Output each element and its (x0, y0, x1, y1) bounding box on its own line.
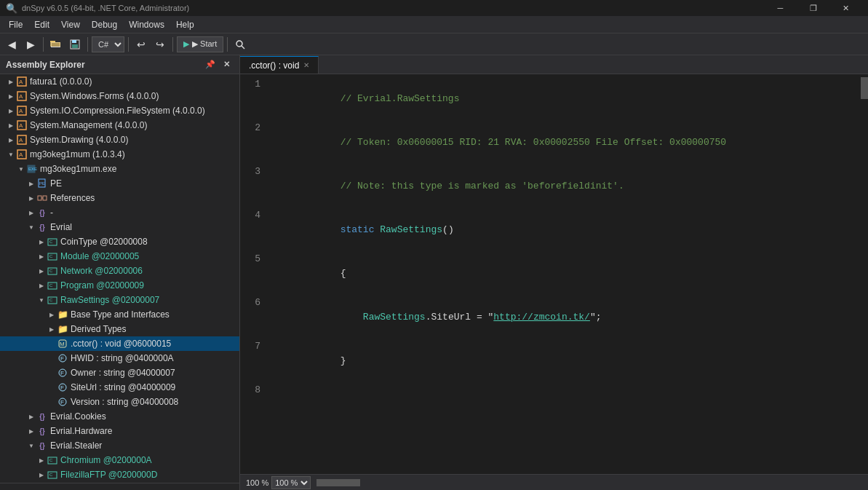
tree-item-filezilla[interactable]: ▶ C FilezillaFTP @0200000D (0, 467, 239, 482)
expand-sysmgmt[interactable]: ▶ (6, 122, 16, 129)
menu-help[interactable]: Help (170, 16, 200, 33)
open-folder-button[interactable] (47, 36, 65, 53)
save-icon (69, 39, 81, 50)
expand-filezilla[interactable]: ▶ (36, 472, 47, 478)
code-vscrollbar[interactable] (861, 74, 868, 474)
tree-item-fatura1[interactable]: ▶ A fatura1 (0.0.0.0) (0, 74, 239, 89)
tree-item-mg3[interactable]: ▼ A mg3okeg1mum (1.0.3.4) (0, 147, 239, 162)
tree-item-dash-ns[interactable]: ▶ {} - (0, 205, 239, 220)
menu-windows[interactable]: Windows (123, 16, 170, 33)
svg-text:C: C (49, 283, 53, 288)
expand-module[interactable]: ▶ (36, 253, 47, 260)
svg-text:A: A (19, 79, 23, 85)
expand-evrial-stealer[interactable]: ▼ (26, 443, 36, 449)
menu-view[interactable]: View (55, 16, 86, 33)
code-line-4: 4 static RawSettings() (240, 208, 861, 252)
expand-mg3[interactable]: ▼ (6, 151, 16, 158)
tree-item-siteurl[interactable]: F SiteUrl : string @04000009 (0, 380, 239, 395)
maximize-button[interactable]: ❐ (797, 0, 829, 16)
expand-cointype[interactable]: ▶ (36, 239, 47, 245)
expand-network[interactable]: ▶ (36, 268, 47, 274)
undo-button[interactable]: ↩ (132, 36, 150, 53)
redo-button[interactable]: ↪ (151, 36, 169, 53)
class-icon-filezilla: C (47, 469, 58, 481)
search-icon (234, 39, 246, 50)
tree-item-sysmgmt[interactable]: ▶ A System.Management (4.0.0.0) (0, 118, 239, 133)
tree-item-chromium[interactable]: ▶ C Chromium @0200000A (0, 453, 239, 467)
code-hscrollbar[interactable] (316, 479, 862, 486)
tree-item-program[interactable]: ▶ C Program @02000009 (0, 278, 239, 293)
expand-derivedtypes[interactable]: ▶ (47, 326, 57, 333)
expand-program[interactable]: ▶ (36, 282, 47, 289)
tree-item-exe[interactable]: ▼ EXE mg3okeg1mum.exe (0, 162, 239, 176)
menu-file[interactable]: File (3, 16, 28, 33)
expand-dash-ns[interactable]: ▶ (26, 210, 36, 216)
comment-token: // Token: 0x06000015 RID: 21 RVA: 0x0000… (341, 137, 727, 148)
code-panel: .cctor() : void ✕ 1 // Evrial.RawSetting… (240, 55, 868, 490)
tree-item-evrial-cookies[interactable]: ▶ {} Evrial.Cookies (0, 409, 239, 424)
tree-item-basetype[interactable]: ▶ 📁 Base Type and Interfaces (0, 307, 239, 322)
panel-close-button[interactable]: ✕ (219, 58, 234, 72)
expand-basetype[interactable]: ▶ (47, 312, 57, 318)
expand-evrial-cookies[interactable]: ▶ (26, 414, 36, 420)
tree-item-module[interactable]: ▶ C Module @02000005 (0, 249, 239, 264)
tree-item-sysforms[interactable]: ▶ A System.Windows.Forms (4.0.0.0) (0, 89, 239, 103)
tree-item-references[interactable]: ▶ References (0, 191, 239, 205)
code-tab-close[interactable]: ✕ (303, 61, 309, 69)
tree-item-network[interactable]: ▶ C Network @02000006 (0, 264, 239, 278)
expand-sysio[interactable]: ▶ (6, 108, 16, 114)
forward-button[interactable]: ▶ (22, 36, 39, 53)
open-icon (50, 39, 62, 50)
start-label: ▶ Start (192, 39, 217, 49)
tree-item-cctor[interactable]: M .cctor() : void @06000015 (0, 336, 239, 351)
code-editor[interactable]: 1 // Evrial.RawSettings 2 // Token: 0x06… (240, 74, 861, 474)
tree-label-siteurl: SiteUrl : string @04000009 (71, 382, 175, 392)
assembly-tree[interactable]: ▶ A fatura1 (0.0.0.0) ▶ A System.Windows… (0, 74, 239, 483)
expand-sysforms[interactable]: ▶ (6, 93, 16, 100)
assembly-icon-mg3: A (16, 149, 28, 160)
tree-item-evrial-stealer[interactable]: ▼ {} Evrial.Stealer (0, 438, 239, 453)
tree-item-sysio[interactable]: ▶ A System.IO.Compression.FileSystem (4.… (0, 103, 239, 118)
tree-item-hwid[interactable]: F HWID : string @0400000A (0, 351, 239, 365)
expand-pe[interactable]: ▶ (26, 181, 36, 187)
save-button[interactable] (66, 36, 84, 53)
expand-chromium[interactable]: ▶ (36, 457, 47, 464)
expand-evrial-hardware[interactable]: ▶ (26, 428, 36, 435)
tree-item-derivedtypes[interactable]: ▶ 📁 Derived Types (0, 322, 239, 336)
expand-fatura1[interactable]: ▶ (6, 79, 16, 85)
back-button[interactable]: ◀ (3, 36, 20, 53)
tree-item-evrial-hardware[interactable]: ▶ {} Evrial.Hardware (0, 424, 239, 438)
expand-references[interactable]: ▶ (26, 195, 36, 202)
menu-debug[interactable]: Debug (86, 16, 123, 33)
zoom-select[interactable]: 100 % 75 % 150 % (271, 476, 311, 489)
code-line-5: 5 { (240, 252, 861, 296)
tree-item-evrial[interactable]: ▼ {} Evrial (0, 220, 239, 234)
start-button[interactable]: ▶ ▶ Start (177, 36, 223, 52)
tree-item-sysdraw[interactable]: ▶ A System.Drawing (4.0.0.0) (0, 133, 239, 147)
tree-label-evrial: Evrial (50, 222, 72, 232)
url-zmcoin[interactable]: http://zmcoin.tk/ (493, 312, 590, 323)
menu-edit[interactable]: Edit (28, 16, 55, 33)
code-tab-cctor[interactable]: .cctor() : void ✕ (240, 56, 319, 74)
language-select[interactable]: C# VB IL (92, 36, 124, 52)
tree-item-pe[interactable]: ▶ PE PE (0, 176, 239, 191)
tree-item-owner[interactable]: F Owner : string @04000007 (0, 365, 239, 380)
code-hscrollbar-thumb[interactable] (316, 479, 360, 486)
code-vscrollbar-thumb[interactable] (861, 77, 868, 99)
svg-text:F: F (60, 370, 64, 376)
search-button[interactable] (231, 36, 249, 53)
expand-exe[interactable]: ▼ (16, 166, 26, 173)
svg-text:C: C (49, 269, 53, 273)
minimize-button[interactable]: ─ (764, 0, 797, 16)
tree-item-cointype[interactable]: ▶ C CoinType @02000008 (0, 234, 239, 249)
tree-item-version[interactable]: F Version : string @04000008 (0, 395, 239, 409)
expand-evrial[interactable]: ▼ (26, 224, 36, 231)
expand-sysdraw[interactable]: ▶ (6, 137, 16, 143)
tree-item-rawsettings[interactable]: ▼ C RawSettings @02000007 (0, 293, 239, 307)
close-button[interactable]: ✕ (829, 0, 862, 16)
panel-pin-button[interactable]: 📌 (203, 58, 218, 72)
expand-rawsettings[interactable]: ▼ (36, 297, 47, 304)
code-tabs: .cctor() : void ✕ (240, 55, 868, 74)
svg-text:A: A (19, 122, 23, 129)
ns-icon-evrial-cookies: {} (36, 411, 48, 422)
